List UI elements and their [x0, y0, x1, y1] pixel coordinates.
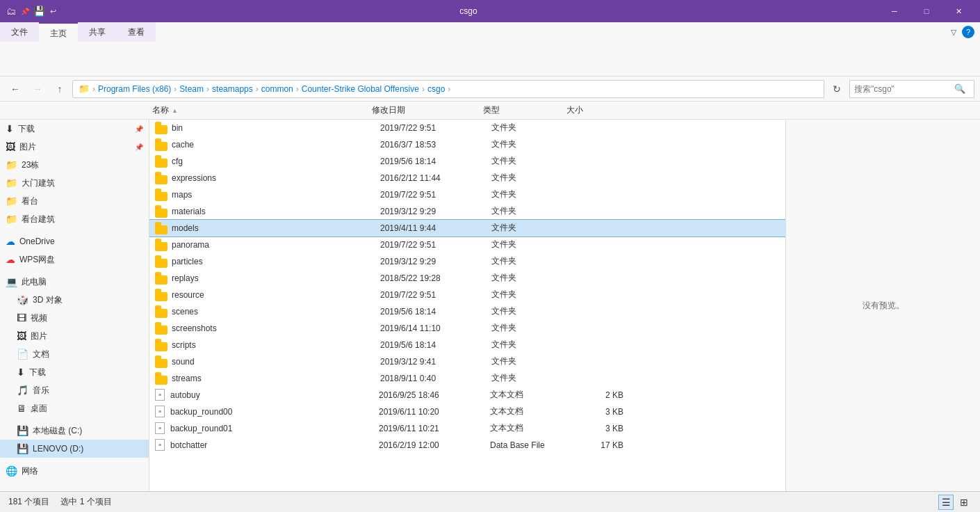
grid-view-button[interactable]: ⊞: [956, 495, 972, 510]
minimize-button[interactable]: ─: [879, 0, 910, 22]
tab-file[interactable]: 文件: [0, 22, 39, 42]
file-type: 文件夹: [491, 355, 575, 367]
sidebar-item-desktop[interactable]: 🖥 桌面: [0, 399, 149, 417]
file-type: 文件夹: [491, 255, 575, 267]
file-item[interactable]: cache2016/3/7 18:53文件夹: [149, 136, 785, 153]
file-size: 17 KB: [573, 440, 629, 450]
sidebar-item-23dong[interactable]: 📁 23栋: [0, 156, 149, 174]
file-item[interactable]: particles2019/3/12 9:29文件夹: [149, 253, 785, 270]
sidebar-label: 3D 对象: [33, 294, 63, 306]
file-name: resource: [172, 290, 380, 300]
file-item[interactable]: materials2019/3/12 9:29文件夹: [149, 203, 785, 220]
file-name: cache: [172, 140, 380, 150]
breadcrumb-csgo[interactable]: csgo: [427, 84, 445, 94]
file-date: 2019/6/11 10:20: [379, 407, 490, 417]
help-icon[interactable]: ?: [962, 26, 974, 38]
col-type-header[interactable]: 类型: [483, 104, 566, 116]
forward-button[interactable]: →: [28, 79, 47, 99]
file-item[interactable]: replays2018/5/22 19:28文件夹: [149, 270, 785, 287]
file-item[interactable]: bin2019/7/22 9:51文件夹: [149, 120, 785, 136]
file-type: 文件夹: [491, 239, 575, 250]
sidebar-item-pictures[interactable]: 🖼 图片: [0, 327, 149, 345]
selected-count: 选中 1 个项目: [60, 496, 111, 508]
file-item[interactable]: screenshots2019/6/14 11:10文件夹: [149, 320, 785, 337]
file-item[interactable]: ≡backup_round002019/6/11 10:20文本文档3 KB: [149, 403, 785, 420]
sidebar-item-wps[interactable]: ☁ WPS网盘: [0, 250, 149, 269]
file-date: 2019/7/22 9:51: [380, 290, 491, 300]
file-item[interactable]: ≡autobuy2016/9/25 18:46文本文档2 KB: [149, 387, 785, 403]
sidebar-item-documents[interactable]: 📄 文档: [0, 345, 149, 363]
view-controls: ☰ ⊞: [938, 495, 972, 510]
sidebar-label: 23栋: [22, 159, 39, 171]
sidebar-item-damen[interactable]: 📁 大门建筑: [0, 174, 149, 192]
file-item[interactable]: scenes2019/5/6 18:14文件夹: [149, 303, 785, 320]
search-input[interactable]: [854, 84, 952, 94]
sidebar-item-music[interactable]: 🎵 音乐: [0, 381, 149, 399]
sidebar-item-onedrive[interactable]: ☁ OneDrive: [0, 232, 149, 250]
tab-home[interactable]: 主页: [39, 22, 78, 42]
breadcrumb-csgo-full[interactable]: Counter-Strike Global Offensive: [302, 84, 419, 94]
threed-icon: 🎲: [17, 294, 28, 305]
file-name: expressions: [172, 173, 380, 183]
col-date-header[interactable]: 修改日期: [372, 104, 483, 116]
sidebar-label: 图片: [31, 330, 47, 342]
tab-view[interactable]: 查看: [117, 22, 156, 42]
sidebar-item-downloads-pin[interactable]: ⬇ 下载 📌: [0, 120, 149, 138]
col-size-header[interactable]: 大小: [566, 104, 622, 116]
file-name: replays: [172, 273, 380, 283]
back-button[interactable]: ←: [6, 79, 25, 99]
file-item[interactable]: scripts2019/5/6 18:14文件夹: [149, 337, 785, 353]
col-name-header[interactable]: 名称 ▲: [149, 104, 372, 116]
breadcrumb-common[interactable]: common: [261, 84, 293, 94]
file-type: 文件夹: [491, 205, 575, 217]
refresh-button[interactable]: ↻: [827, 79, 847, 99]
sidebar-item-3d[interactable]: 🎲 3D 对象: [0, 291, 149, 309]
sidebar-item-network[interactable]: 🌐 网络: [0, 462, 149, 480]
file-name: scripts: [172, 340, 380, 350]
sidebar-label: 本地磁盘 (C:): [33, 425, 82, 437]
sort-arrow: ▲: [172, 107, 178, 114]
file-item[interactable]: cfg2019/5/6 18:14文件夹: [149, 153, 785, 170]
sidebar-item-drive-c[interactable]: 💾 本地磁盘 (C:): [0, 422, 149, 440]
file-date: 2019/5/6 18:14: [380, 157, 491, 166]
sidebar-item-kantai[interactable]: 📁 看台: [0, 192, 149, 210]
list-view-button[interactable]: ☰: [938, 495, 954, 510]
sidebar-item-pictures-pin[interactable]: 🖼 图片 📌: [0, 138, 149, 156]
file-item[interactable]: sound2019/3/12 9:41文件夹: [149, 353, 785, 370]
sidebar-label: 下载: [29, 367, 46, 378]
sidebar-label: 网络: [22, 465, 38, 477]
breadcrumb-programfiles[interactable]: Program Files (x86): [98, 84, 171, 94]
sidebar-label: 此电脑: [22, 276, 47, 288]
file-size: 2 KB: [573, 390, 629, 400]
file-item[interactable]: ≡botchatter2016/2/19 12:00Data Base File…: [149, 437, 785, 454]
file-item[interactable]: streams2018/9/11 0:40文件夹: [149, 370, 785, 387]
file-item[interactable]: ≡backup_round012019/6/11 10:21文本文档3 KB: [149, 420, 785, 437]
breadcrumb-steamapps[interactable]: steamapps: [212, 84, 253, 94]
breadcrumb-steam[interactable]: Steam: [179, 84, 204, 94]
maximize-button[interactable]: □: [910, 0, 942, 22]
file-item[interactable]: models2019/4/11 9:44文件夹: [149, 220, 785, 237]
close-button[interactable]: ✕: [942, 0, 974, 22]
file-list: bin2019/7/22 9:51文件夹 cache2016/3/7 18:53…: [149, 120, 785, 491]
sidebar-item-video[interactable]: 🎞 视频: [0, 309, 149, 327]
downloads2-icon: ⬇: [17, 367, 25, 378]
sidebar-item-drive-d[interactable]: 💾 LENOVO (D:): [0, 440, 149, 458]
folder-icon: 📁: [6, 159, 17, 170]
sidebar-label: 下载: [18, 123, 35, 135]
up-button[interactable]: ↑: [50, 79, 70, 99]
sidebar-label: 图片: [19, 141, 36, 153]
expand-ribbon-icon[interactable]: ▽: [951, 28, 956, 37]
file-item[interactable]: maps2019/7/22 9:51文件夹: [149, 186, 785, 203]
sidebar-item-downloads[interactable]: ⬇ 下载: [0, 363, 149, 381]
file-name: screenshots: [172, 323, 380, 333]
sidebar-item-kantai-jianzhu[interactable]: 📁 看台建筑: [0, 210, 149, 228]
file-item[interactable]: panorama2019/7/22 9:51文件夹: [149, 237, 785, 253]
file-item[interactable]: expressions2016/2/12 11:44文件夹: [149, 170, 785, 186]
tab-share[interactable]: 共享: [78, 22, 117, 42]
network-icon: 🌐: [6, 465, 17, 477]
file-name: maps: [172, 190, 380, 200]
window-icon: 🗂: [6, 6, 17, 17]
file-item[interactable]: resource2019/7/22 9:51文件夹: [149, 287, 785, 303]
sidebar-item-thispc[interactable]: 💻 此电脑: [0, 273, 149, 291]
pin-icon: 📌: [19, 6, 31, 17]
